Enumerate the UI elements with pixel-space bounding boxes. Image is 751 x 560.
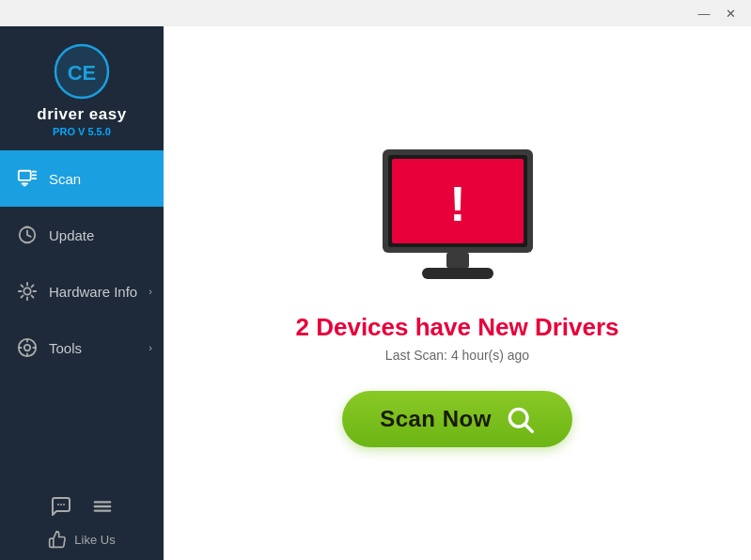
app-logo-icon: CE [54, 43, 110, 100]
svg-point-12 [24, 345, 30, 350]
like-us-button[interactable]: Like Us [33, 530, 130, 549]
svg-point-10 [23, 288, 30, 294]
svg-rect-28 [422, 268, 493, 279]
svg-point-17 [57, 504, 59, 506]
sidebar-item-hardware-info[interactable]: Hardware Info › [0, 263, 164, 319]
sidebar-item-update[interactable]: Update [0, 207, 164, 263]
hardware-info-icon [15, 279, 39, 303]
hardware-info-chevron: › [149, 286, 152, 297]
like-us-label: Like Us [74, 533, 115, 547]
sidebar-item-tools[interactable]: Tools › [0, 319, 164, 376]
sidebar-nav: Scan Update [0, 150, 164, 481]
svg-point-18 [60, 504, 62, 506]
svg-line-30 [525, 425, 532, 431]
close-button[interactable]: ✕ [717, 3, 743, 23]
sidebar-scan-label: Scan [49, 171, 81, 187]
sidebar-hardware-info-label: Hardware Info [49, 284, 137, 300]
app-version: PRO V 5.5.0 [53, 126, 111, 137]
sidebar-tools-label: Tools [49, 340, 82, 356]
chat-icon-button[interactable] [45, 490, 77, 522]
like-icon [48, 530, 67, 549]
svg-rect-4 [22, 183, 28, 185]
monitor-illustration: ! [364, 140, 552, 294]
update-icon [15, 223, 39, 247]
menu-icon-button[interactable] [86, 490, 118, 522]
svg-rect-3 [19, 171, 31, 180]
sidebar-logo: CE driver easy PRO V 5.5.0 [0, 26, 164, 150]
svg-point-19 [63, 504, 65, 506]
last-scan-text: Last Scan: 4 hour(s) ago [385, 348, 529, 363]
main-content: ! 2 Devices have New Drivers Last Scan: … [164, 26, 751, 560]
minimize-button[interactable]: — [691, 3, 717, 23]
alert-title: 2 Devices have New Drivers [296, 313, 619, 342]
sidebar-bottom: Like Us [0, 481, 164, 560]
svg-rect-5 [23, 184, 26, 186]
svg-text:!: ! [449, 176, 465, 230]
tools-chevron: › [149, 342, 152, 353]
sidebar: CE driver easy PRO V 5.5.0 Sca [0, 26, 164, 560]
app-body: CE driver easy PRO V 5.5.0 Sca [0, 26, 751, 560]
svg-rect-27 [446, 253, 469, 268]
svg-text:CE: CE [68, 61, 97, 85]
monitor-svg: ! [364, 140, 552, 290]
app-name: driver easy [37, 105, 126, 124]
tools-icon [15, 335, 39, 360]
scan-now-button[interactable]: Scan Now [342, 391, 572, 447]
scan-icon [15, 166, 39, 191]
sidebar-update-label: Update [49, 227, 94, 243]
title-bar: — ✕ [0, 0, 751, 26]
sidebar-item-scan[interactable]: Scan [0, 150, 164, 207]
search-icon [505, 404, 535, 434]
sidebar-bottom-icons [45, 490, 118, 522]
scan-now-label: Scan Now [380, 406, 492, 432]
